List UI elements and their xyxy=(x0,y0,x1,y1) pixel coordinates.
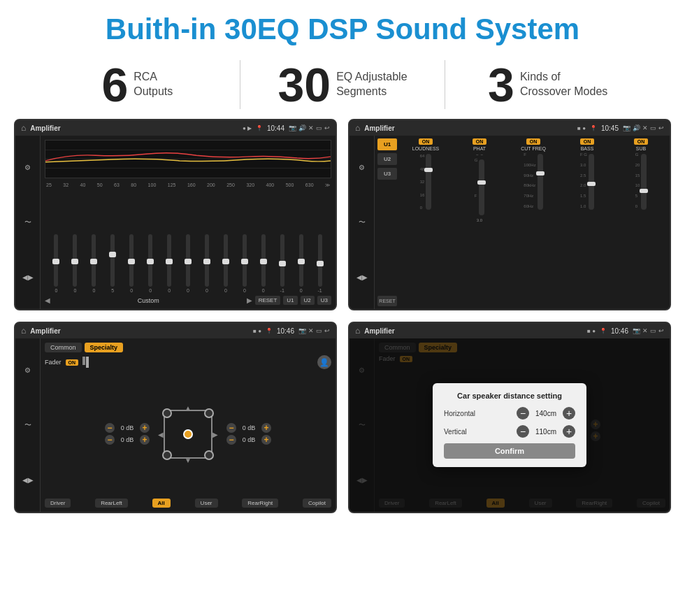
eq-slider-8[interactable]: 0 xyxy=(199,234,216,293)
phat-toggle[interactable]: ON xyxy=(473,138,487,145)
eq-slider-10[interactable]: 0 xyxy=(236,234,253,293)
location-icon-eq: 📍 xyxy=(256,125,263,131)
cross-u2-btn[interactable]: U2 xyxy=(377,153,397,165)
tab-common[interactable]: Common xyxy=(45,343,82,352)
eq-freq-labels: 25 32 40 50 63 80 100 125 160 200 250 32… xyxy=(45,182,331,188)
eq-slider-2[interactable]: 0 xyxy=(85,234,103,293)
stat-number-6: 6 xyxy=(101,61,128,108)
eq-sidebar-btn-1[interactable]: ⚙ xyxy=(18,157,38,177)
fader-right-vols: − 0 dB + − 0 dB + xyxy=(226,423,271,445)
eq-slider-0[interactable]: 0 xyxy=(48,234,65,293)
eq-dots: ● ▶ xyxy=(243,125,252,131)
dialog-status-icons: 📷✕▭↩ xyxy=(633,327,664,334)
status-bar-cross: ⌂ Amplifier ■ ● 📍 10:45 📷🔊✕▭↩ xyxy=(349,120,670,136)
eq-slider-12[interactable]: -1 xyxy=(273,234,291,293)
fader-toggle-btn[interactable]: ON xyxy=(66,359,79,366)
vol-minus-rl[interactable]: − xyxy=(105,435,115,445)
fader-sidebar-btn-1[interactable]: ⚙ xyxy=(18,360,38,380)
vol-plus-fr[interactable]: + xyxy=(261,423,271,433)
status-bar-eq: ⌂ Amplifier ● ▶ 📍 10:44 📷🔊✕▭↩ xyxy=(15,120,336,136)
cross-sidebar-btn-3[interactable]: ◀▶ xyxy=(352,268,372,287)
eq-next-btn[interactable]: ▶ xyxy=(247,296,252,304)
loudness-slider[interactable] xyxy=(426,154,431,210)
copilot-btn[interactable]: Copilot xyxy=(303,499,331,508)
eq-sidebar-btn-3[interactable]: ◀▶ xyxy=(18,268,38,287)
arrow-up[interactable]: ▲ xyxy=(185,404,192,412)
cross-channel-loudness: ON LOUDNESS 64 48 32 16 0 xyxy=(400,138,452,306)
stat-label-crossover: Kinds of Crossover Modes xyxy=(520,70,607,99)
eq-slider-11[interactable]: 0 xyxy=(254,234,272,293)
eq-slider-3[interactable]: 5 xyxy=(104,234,122,293)
horizontal-minus-btn[interactable]: − xyxy=(517,407,529,420)
rearright-btn[interactable]: RearRight xyxy=(242,499,278,508)
cross-u1-btn[interactable]: U1 xyxy=(377,138,397,150)
vol-minus-fl[interactable]: − xyxy=(105,423,115,433)
cutfreq-slider[interactable] xyxy=(538,154,543,210)
eq-slider-4[interactable]: 0 xyxy=(123,234,140,293)
vol-minus-fr[interactable]: − xyxy=(226,423,236,433)
eq-sidebar-btn-2[interactable]: 〜 xyxy=(18,213,38,232)
vol-minus-rr[interactable]: − xyxy=(226,435,236,445)
fader-vol-fr: − 0 dB + xyxy=(226,423,271,433)
main-title: Buith-in 30EQ DSP Sound System xyxy=(14,13,671,46)
cross-u3-btn[interactable]: U3 xyxy=(377,168,397,180)
vol-val-fr: 0 dB xyxy=(238,424,259,431)
eq-slider-9[interactable]: 0 xyxy=(217,234,234,293)
cross-channel-phat: ON PHAT ~~ G F xyxy=(454,138,505,306)
arrow-down[interactable]: ▼ xyxy=(185,457,192,464)
vol-plus-rl[interactable]: + xyxy=(140,435,150,445)
bass-slider[interactable] xyxy=(589,154,594,210)
eq-slider-6[interactable]: 0 xyxy=(161,234,178,293)
horizontal-value: 140cm xyxy=(532,410,560,417)
eq-slider-14[interactable]: -1 xyxy=(311,234,329,293)
arrow-right[interactable]: ▶ xyxy=(212,430,218,438)
eq-slider-5[interactable]: 0 xyxy=(142,234,159,293)
fader-sidebar-btn-2[interactable]: 〜 xyxy=(18,415,38,435)
phat-slider[interactable] xyxy=(479,159,484,215)
tab-specialty[interactable]: Specialty xyxy=(85,343,124,352)
eq-slider-7[interactable]: 0 xyxy=(180,234,197,293)
cross-sidebar-btn-1[interactable]: ⚙ xyxy=(352,157,372,177)
eq-left-sidebar: ⚙ 〜 ◀▶ xyxy=(15,136,41,309)
cross-time: 10:45 xyxy=(601,124,619,132)
cross-left-sidebar: ⚙ 〜 ◀▶ xyxy=(349,136,375,309)
fader-user-icon[interactable]: 👤 xyxy=(317,355,331,369)
horizontal-plus-btn[interactable]: + xyxy=(563,407,575,420)
vertical-plus-btn[interactable]: + xyxy=(563,425,575,438)
dialog-title: Car speaker distance setting xyxy=(444,392,575,400)
dialog-screen-title: Amplifier xyxy=(364,327,583,335)
all-btn[interactable]: All xyxy=(152,499,171,508)
sub-slider[interactable] xyxy=(641,154,647,210)
loudness-toggle[interactable]: ON xyxy=(419,138,433,145)
eq-reset-btn[interactable]: RESET xyxy=(255,296,281,305)
driver-btn[interactable]: Driver xyxy=(45,499,71,508)
cross-reset-btn[interactable]: RESET xyxy=(377,296,397,306)
confirm-button[interactable]: Confirm xyxy=(444,443,575,459)
cross-sidebar-btn-2[interactable]: 〜 xyxy=(352,213,372,232)
fader-sidebar-btn-3[interactable]: ◀▶ xyxy=(18,471,38,490)
eq-u1-btn[interactable]: U1 xyxy=(283,296,297,305)
arrow-left[interactable]: ◀ xyxy=(158,430,164,438)
rearleft-btn[interactable]: RearLeft xyxy=(95,499,128,508)
fader-tabs: Common Specialty xyxy=(45,343,331,352)
eq-slider-1[interactable]: 0 xyxy=(66,234,84,293)
eq-u2-btn[interactable]: U2 xyxy=(301,296,315,305)
cutfreq-toggle[interactable]: ON xyxy=(526,138,541,145)
bass-toggle[interactable]: ON xyxy=(580,138,595,145)
vol-plus-fl[interactable]: + xyxy=(140,423,150,433)
eq-u3-btn[interactable]: U3 xyxy=(317,296,331,305)
fader-controls-row: Fader ON 👤 xyxy=(45,355,331,369)
eq-slider-13[interactable]: 0 xyxy=(292,234,310,293)
home-icon-eq: ⌂ xyxy=(21,123,26,133)
sub-toggle[interactable]: ON xyxy=(634,138,649,145)
eq-sliders: 0 0 0 5 0 xyxy=(45,191,331,293)
eq-graph xyxy=(45,140,331,178)
dialog-horizontal-row: Horizontal − 140cm + xyxy=(444,407,575,420)
vertical-minus-btn[interactable]: − xyxy=(517,425,529,438)
sub-label: SUB xyxy=(636,146,646,151)
fader-left-vols: − 0 dB + − 0 dB + xyxy=(105,423,150,445)
vol-plus-rr[interactable]: + xyxy=(261,435,271,445)
speaker-rr xyxy=(204,450,214,460)
eq-prev-btn[interactable]: ◀ xyxy=(45,296,50,304)
user-btn[interactable]: User xyxy=(195,499,218,508)
